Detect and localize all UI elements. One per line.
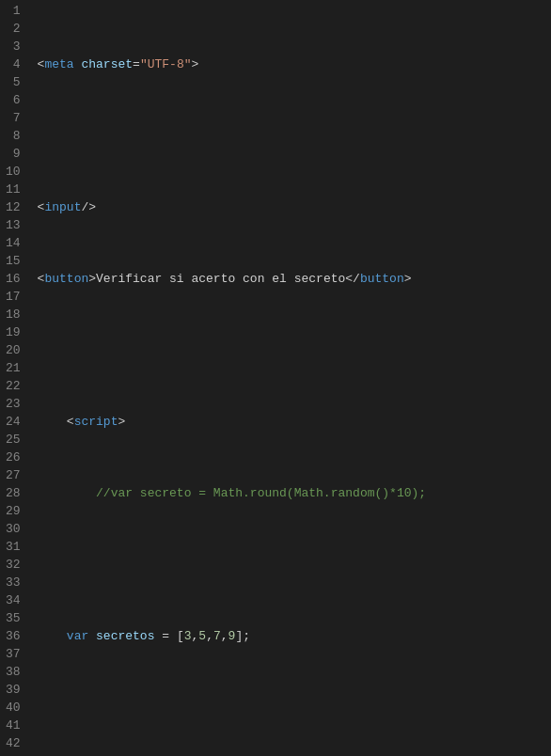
code-line-3: <input/> xyxy=(38,198,551,216)
code-line-2 xyxy=(38,127,551,145)
code-line-8 xyxy=(38,556,551,574)
code-line-4: <button>Verificar si acerto con el secre… xyxy=(38,270,551,288)
code-lines[interactable]: <meta charset="UTF-8"> <input/> <button>… xyxy=(30,2,551,756)
code-line-5 xyxy=(38,341,551,359)
code-line-6: <script> xyxy=(38,413,551,431)
code-line-7: //var secreto = Math.round(Math.random()… xyxy=(38,484,551,502)
code-line-10 xyxy=(38,699,551,717)
line-numbers: 1 2 3 4 5 6 7 8 9 10 11 12 13 14 15 16 1… xyxy=(0,2,30,756)
code-editor: 1 2 3 4 5 6 7 8 9 10 11 12 13 14 15 16 1… xyxy=(0,0,551,756)
code-line-1: <meta charset="UTF-8"> xyxy=(38,55,551,73)
code-line-9: var secretos = [3,5,7,9]; xyxy=(38,627,551,645)
